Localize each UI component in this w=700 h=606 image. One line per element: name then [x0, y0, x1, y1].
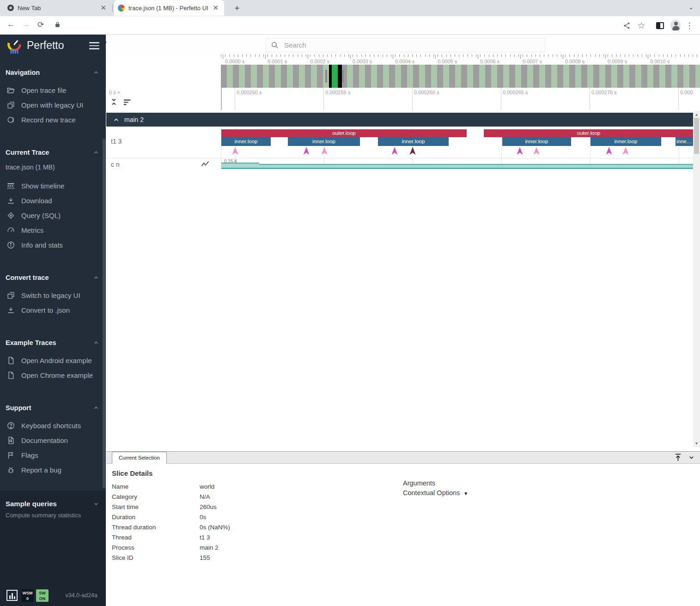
sidebar-item-metrics[interactable]: Metrics	[0, 223, 106, 237]
bookmark-star-icon[interactable]: ☆	[636, 20, 646, 30]
slice-inner-loop[interactable]: inner.loop	[502, 137, 571, 146]
ruler-time-label: 0.000260 s	[414, 90, 439, 95]
sidebar-item-report-a-bug[interactable]: Report a bug	[0, 462, 106, 477]
section-title[interactable]: Convert trace	[6, 274, 49, 281]
expand-panel-icon[interactable]	[674, 453, 682, 462]
minimap-stripe	[569, 65, 575, 88]
tab-current-selection[interactable]: Current Selection	[112, 452, 167, 464]
instant-marker-magenta[interactable]	[391, 147, 398, 155]
minor-tick	[642, 55, 642, 57]
tab-search-icon[interactable]: ⌄	[688, 4, 694, 11]
profile-avatar[interactable]	[670, 20, 681, 30]
slice-inner-loop[interactable]: inner.loop	[676, 137, 693, 146]
scrollbar-thumb[interactable]	[694, 118, 699, 154]
track-sort-icon[interactable]	[123, 99, 132, 105]
chevron-up-icon[interactable]	[93, 149, 99, 156]
slice-outer-loop[interactable]: outer.loop	[484, 129, 693, 137]
timeline-overview[interactable]: 0.0000 s0.0001 s0.0002 s0.0003 s0.0004 s…	[106, 55, 700, 88]
minor-tick	[459, 55, 459, 57]
instant-marker-magenta[interactable]	[606, 147, 612, 155]
counter-track-label: c n	[111, 161, 120, 168]
forward-button[interactable]: →	[20, 20, 31, 29]
thread-track-canvas[interactable]: outer.loopouter.loopinner.loopinner.loop…	[221, 127, 693, 158]
sidebar-item-open-android-example[interactable]: Open Android example	[0, 353, 106, 368]
sidebar-item-open-chrome-example[interactable]: Open Chrome example	[0, 368, 106, 382]
sidebar-item-convert-to-json[interactable]: Convert to .json	[0, 303, 106, 317]
minor-tick	[425, 55, 426, 57]
chevron-up-icon[interactable]	[93, 339, 99, 346]
arguments-label: Arguments	[403, 479, 468, 487]
lock-icon[interactable]	[52, 21, 63, 30]
sample-queries-title[interactable]: Sample queries	[6, 500, 57, 508]
slice-inner-loop[interactable]: inner.loop	[221, 137, 271, 146]
chevron-down-icon[interactable]	[688, 454, 695, 461]
minimap-stripe	[419, 65, 425, 88]
instant-marker-magenta[interactable]	[517, 147, 523, 155]
contextual-options-dropdown[interactable]: Contextual Options▼	[403, 489, 468, 497]
viewport-handle-left[interactable]	[325, 70, 327, 83]
back-button[interactable]: ←	[6, 20, 17, 29]
minor-tick	[285, 55, 285, 57]
instant-marker-pink[interactable]	[321, 147, 328, 155]
sidebar-item-download[interactable]: Download	[0, 193, 106, 208]
sidebar-item-open-trace-file[interactable]: Open trace file	[0, 83, 106, 97]
sidebar-item-info-and-stats[interactable]: Info and stats	[0, 237, 106, 252]
process-group-header[interactable]: main 2	[106, 113, 693, 127]
slice-outer-loop[interactable]: outer.loop	[221, 129, 467, 137]
tab-close-icon[interactable]: ✕	[98, 4, 108, 12]
histogram-icon[interactable]	[6, 590, 18, 601]
slice-inner-loop[interactable]: inner.loop	[590, 137, 661, 146]
sidebar-item-query-sql-[interactable]: Query (SQL)	[0, 208, 106, 223]
share-icon[interactable]	[621, 20, 632, 30]
search-box[interactable]	[266, 38, 545, 52]
tab-new-tab[interactable]: New Tab ✕	[4, 0, 112, 16]
chevron-down-icon[interactable]	[93, 501, 99, 507]
reload-button[interactable]: ⟳	[35, 20, 46, 30]
chevron-up-icon[interactable]	[93, 274, 99, 281]
sidebar-item-keyboard-shortcuts[interactable]: Keyboard shortcuts	[0, 418, 106, 433]
hamburger-menu-icon[interactable]	[89, 42, 99, 51]
viewport-selection[interactable]	[332, 65, 338, 88]
scroll-down-icon[interactable]: ▼	[693, 441, 700, 446]
tab-close-icon[interactable]: ✕	[211, 4, 220, 12]
sidebar-scrollbar[interactable]	[103, 139, 105, 488]
minor-tick	[659, 55, 659, 57]
section-title[interactable]: Example Traces	[6, 339, 56, 346]
instant-marker-magenta[interactable]	[303, 147, 310, 155]
collapse-tracks-icon[interactable]	[110, 98, 118, 106]
minimap-stripe	[629, 65, 635, 88]
side-panel-icon[interactable]	[655, 20, 665, 30]
legacy-window-icon	[6, 291, 15, 300]
instant-marker-pink[interactable]	[232, 147, 238, 155]
instant-marker-selected[interactable]	[409, 147, 416, 155]
overview-minimap[interactable]	[221, 65, 700, 88]
slice-inner-loop[interactable]: inner.loop	[378, 137, 449, 146]
chevron-up-icon[interactable]	[93, 69, 99, 76]
counter-track-canvas[interactable]: 0.25 K	[221, 158, 693, 169]
sidebar-item-documentation[interactable]: Documentation	[0, 433, 106, 448]
viewport-handle-right[interactable]	[342, 70, 344, 83]
tab-title: trace.json (1 MB) - Perfetto UI	[128, 5, 211, 12]
new-tab-button[interactable]: +	[231, 2, 243, 14]
sample-query-item[interactable]: Compute summary statistics	[0, 508, 106, 523]
scroll-up-icon[interactable]: ▲	[693, 112, 700, 117]
instant-marker-pink[interactable]	[622, 147, 629, 155]
viewport-edge[interactable]	[338, 65, 342, 88]
section-title[interactable]: Navigation	[6, 69, 40, 76]
section-title[interactable]: Current Trace	[6, 149, 49, 156]
sidebar-item-switch-to-legacy-ui[interactable]: Switch to legacy UI	[0, 288, 106, 303]
instant-marker-pink[interactable]	[533, 147, 540, 155]
chevron-up-icon[interactable]	[93, 405, 99, 411]
sidebar-item-open-with-legacy-ui[interactable]: Open with legacy UI	[0, 97, 106, 112]
minimap-stripe	[515, 65, 521, 88]
slice-inner-loop[interactable]: inner.loop	[288, 137, 360, 146]
sidebar-item-record-new-trace[interactable]: Record new trace	[0, 112, 106, 127]
minimap-stripe	[581, 65, 587, 88]
tab-perfetto[interactable]: trace.json (1 MB) - Perfetto UI ✕	[114, 0, 224, 16]
sidebar-item-flags[interactable]: Flags	[0, 448, 106, 462]
sidebar-item-show-timeline[interactable]: Show timeline	[0, 178, 106, 193]
section-title[interactable]: Support	[6, 404, 31, 412]
menu-kebab-icon[interactable]: ⋮	[684, 20, 694, 30]
search-input[interactable]	[284, 41, 545, 49]
timeline-vertical-scrollbar[interactable]: ▲ ▼	[693, 111, 700, 447]
